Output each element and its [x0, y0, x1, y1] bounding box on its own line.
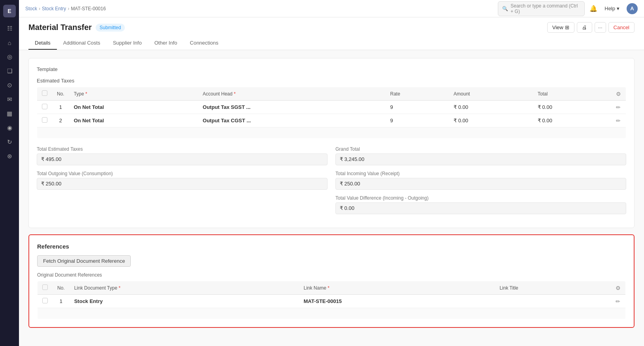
orig-gear-button[interactable]: ⚙: [616, 285, 621, 291]
taxes-row-1-account: Output Tax SGST ...: [198, 101, 385, 114]
grand-total-group: Grand Total ₹ 3,245.00: [335, 146, 626, 165]
sidebar: E ☷ ⌂ ◎ ❑ ⊙ ✉ ▦ ◉ ↻ ⊛: [0, 0, 19, 346]
breadcrumb-sep-1: ›: [39, 6, 40, 11]
tab-supplier-info[interactable]: Supplier Info: [107, 37, 148, 50]
taxes-row-2-total: ₹ 0.00: [533, 114, 611, 127]
orig-col-gear: ⚙: [611, 281, 626, 295]
taxes-gear-button[interactable]: ⚙: [616, 91, 621, 97]
breadcrumb-sep-2: ›: [68, 6, 69, 11]
orig-row-1: 1 Stock Entry MAT-STE-00015 ✏: [38, 295, 626, 308]
sidebar-icon-globe[interactable]: ⊙: [3, 79, 16, 92]
orig-row-1-no: 1: [53, 295, 70, 308]
status-badge: Submitted: [96, 24, 125, 32]
total-outgoing-value: ₹ 250.00: [37, 178, 328, 190]
orig-select-all[interactable]: [42, 284, 48, 290]
tab-details[interactable]: Details: [28, 37, 57, 50]
page-title-row: Material Transfer Submitted View ⊞ 🖨 ···…: [28, 22, 635, 33]
sidebar-icon-person[interactable]: ⊛: [3, 150, 16, 163]
taxes-col-cb: [37, 87, 53, 101]
taxes-row-1: 1 On Net Total Output Tax SGST ... 9 ₹ 0…: [37, 101, 626, 114]
page-header: Material Transfer Submitted View ⊞ 🖨 ···…: [19, 17, 644, 50]
taxes-table: No. Type * Account Head * Rate Amount To…: [37, 87, 626, 138]
taxes-row-2-cb[interactable]: [42, 117, 47, 123]
tab-other-info[interactable]: Other Info: [148, 37, 184, 50]
total-estimated-taxes-value: ₹ 495.00: [37, 153, 328, 165]
search-box[interactable]: 🔍 Search or type a command (Ctrl + G): [498, 1, 585, 16]
orig-col-link-title: Link Title: [495, 281, 611, 295]
help-chevron-icon: ▾: [617, 6, 620, 11]
more-button[interactable]: ···: [595, 22, 606, 33]
notification-icon[interactable]: 🔔: [589, 5, 597, 12]
total-outgoing-label: Total Outgoing Value (Consumption): [37, 171, 328, 176]
grand-total-label: Grand Total: [335, 146, 626, 152]
orig-col-link-name: Link Name *: [299, 281, 495, 295]
breadcrumb-stock-entry[interactable]: Stock Entry: [42, 6, 66, 11]
taxes-row-1-edit[interactable]: ✏: [616, 104, 621, 110]
help-label: Help: [604, 6, 615, 11]
cancel-button[interactable]: Cancel: [608, 22, 635, 33]
search-placeholder: Search or type a command (Ctrl + G): [510, 3, 580, 14]
totals-row-1: Total Estimated Taxes ₹ 495.00 Grand Tot…: [37, 146, 626, 165]
content-area: Template Estimated Taxes No. Type * Acco…: [19, 50, 644, 346]
taxes-row-2-edit[interactable]: ✏: [616, 118, 621, 124]
tab-additional-costs[interactable]: Additional Costs: [57, 37, 107, 50]
tab-connections[interactable]: Connections: [184, 37, 225, 50]
orig-doc-table: No. Link Document Type * Link Name * Lin…: [37, 281, 626, 319]
sidebar-icon-chart[interactable]: ▦: [3, 107, 16, 120]
total-outgoing-group: Total Outgoing Value (Consumption) ₹ 250…: [37, 171, 328, 190]
taxes-col-total: Total: [533, 87, 611, 101]
avatar[interactable]: A: [627, 3, 638, 14]
sidebar-logo[interactable]: E: [3, 5, 16, 17]
taxes-row-1-cb[interactable]: [42, 104, 47, 109]
grand-total-value: ₹ 3,245.00: [335, 153, 626, 165]
taxes-section: Template Estimated Taxes No. Type * Acco…: [28, 58, 635, 228]
sidebar-icon-circle[interactable]: ◎: [3, 50, 16, 63]
total-estimated-taxes-label: Total Estimated Taxes: [37, 146, 328, 152]
view-button[interactable]: View ⊞: [547, 22, 574, 33]
orig-row-1-cb[interactable]: [42, 298, 48, 303]
total-incoming-value: ₹ 250.00: [335, 178, 626, 190]
fetch-original-doc-button[interactable]: Fetch Original Document Reference: [37, 255, 131, 267]
taxes-row-1-total: ₹ 0.00: [533, 101, 611, 114]
help-button[interactable]: Help ▾: [602, 4, 622, 13]
search-icon: 🔍: [502, 6, 508, 11]
orig-col-link-type: Link Document Type *: [70, 281, 299, 295]
taxes-col-account: Account Head *: [198, 87, 385, 101]
sidebar-icon-grid[interactable]: ☷: [3, 22, 16, 35]
total-incoming-group: Total Incoming Value (Receipt) ₹ 250.00: [335, 171, 626, 190]
sidebar-icon-layers[interactable]: ❑: [3, 65, 16, 77]
sidebar-icon-mail[interactable]: ✉: [3, 93, 16, 106]
taxes-select-all[interactable]: [42, 90, 47, 96]
print-button[interactable]: 🖨: [577, 22, 592, 33]
taxes-row-2-no: 2: [52, 114, 69, 127]
orig-row-1-edit[interactable]: ✏: [616, 298, 620, 305]
breadcrumb-stock[interactable]: Stock: [25, 6, 37, 11]
taxes-col-gear: ⚙: [611, 87, 626, 101]
template-label: Template: [37, 66, 626, 72]
sidebar-icon-home[interactable]: ⌂: [3, 36, 16, 49]
taxes-row-1-amount: ₹ 0.00: [449, 101, 533, 114]
taxes-empty-row: [37, 127, 626, 138]
taxes-row-2: 2 On Net Total Output Tax CGST ... 9 ₹ 0…: [37, 114, 626, 127]
totals-row-3: Total Value Difference (Incoming - Outgo…: [37, 195, 626, 214]
taxes-row-2-amount: ₹ 0.00: [449, 114, 533, 127]
taxes-col-no: No.: [52, 87, 69, 101]
taxes-col-amount: Amount: [449, 87, 533, 101]
taxes-row-1-rate: 9: [385, 101, 449, 114]
orig-col-no: No.: [53, 281, 70, 295]
taxes-row-2-type: On Net Total: [69, 114, 198, 127]
references-section: References Fetch Original Document Refer…: [28, 234, 635, 328]
orig-empty-row: [38, 308, 626, 319]
sidebar-icon-refresh[interactable]: ↻: [3, 136, 16, 148]
main-area: Stock › Stock Entry › MAT-STE-00016 🔍 Se…: [19, 0, 644, 346]
tabs: Details Additional Costs Supplier Info O…: [28, 37, 635, 50]
orig-doc-label: Original Document References: [37, 272, 626, 278]
taxes-col-rate: Rate: [385, 87, 449, 101]
taxes-row-1-no: 1: [52, 101, 69, 114]
total-incoming-label: Total Incoming Value (Receipt): [335, 171, 626, 176]
sidebar-icon-headphone[interactable]: ◉: [3, 122, 16, 134]
total-estimated-taxes-group: Total Estimated Taxes ₹ 495.00: [37, 146, 328, 165]
topnav: Stock › Stock Entry › MAT-STE-00016 🔍 Se…: [19, 0, 644, 17]
totals-row-2: Total Outgoing Value (Consumption) ₹ 250…: [37, 171, 626, 190]
breadcrumb-current: MAT-STE-00016: [71, 6, 105, 11]
